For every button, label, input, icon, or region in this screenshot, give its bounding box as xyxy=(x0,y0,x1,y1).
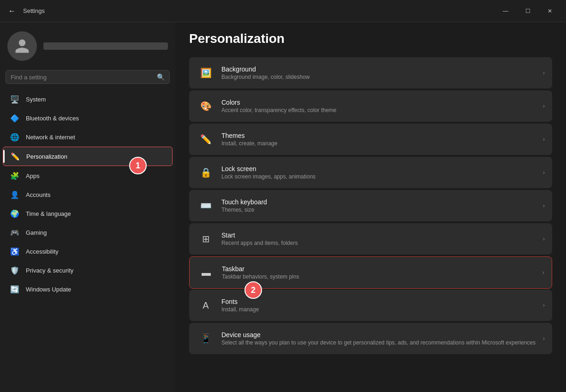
sidebar-item-network[interactable]: 🌐 Network & internet xyxy=(3,128,173,146)
personalization-label: Personalization xyxy=(26,153,67,160)
settings-item-colors[interactable]: 🎨 Colors Accent color, transparency effe… xyxy=(189,90,552,122)
gaming-label: Gaming xyxy=(26,229,47,236)
time-label: Time & language xyxy=(26,210,71,217)
fonts-text: Fonts Install, manage xyxy=(221,298,543,313)
sidebar: 🔍 🖥️ System 🔷 Bluetooth & devices 🌐 Netw… xyxy=(0,22,175,392)
title-bar-left: ← Settings xyxy=(6,5,45,18)
deviceusage-icon: 📱 xyxy=(197,329,215,348)
background-icon: 🖼️ xyxy=(197,64,215,82)
accessibility-label: Accessibility xyxy=(26,248,59,255)
settings-item-deviceusage[interactable]: 📱 Device usage Select all the ways you p… xyxy=(189,323,552,354)
background-title: Background xyxy=(221,65,543,73)
user-icon xyxy=(14,38,30,54)
lockscreen-text: Lock screen Lock screen images, apps, an… xyxy=(221,165,543,180)
accounts-icon: 👤 xyxy=(10,190,19,199)
sidebar-item-accounts[interactable]: 👤 Accounts xyxy=(3,185,173,204)
lockscreen-title: Lock screen xyxy=(221,165,543,172)
colors-chevron: › xyxy=(543,103,545,109)
close-button[interactable]: ✕ xyxy=(539,4,560,18)
nav-list: 🖥️ System 🔷 Bluetooth & devices 🌐 Networ… xyxy=(0,89,175,299)
lockscreen-desc: Lock screen images, apps, animations xyxy=(221,173,543,180)
deviceusage-title: Device usage xyxy=(221,331,543,339)
content-area: Personalization 🖼️ Background Background… xyxy=(175,22,566,392)
minimize-button[interactable]: — xyxy=(495,4,516,18)
taskbar-desc: Taskbar behaviors, system pins xyxy=(222,273,542,280)
back-button[interactable]: ← xyxy=(6,5,18,18)
bluetooth-icon: 🔷 xyxy=(10,113,19,123)
colors-desc: Accent color, transparency effects, colo… xyxy=(221,107,543,113)
lockscreen-icon: 🔒 xyxy=(197,163,215,182)
touchkeyboard-icon: ⌨️ xyxy=(197,196,215,215)
sidebar-item-update[interactable]: 🔄 Windows Update xyxy=(3,280,173,298)
start-text: Start Recent apps and items, folders xyxy=(221,232,543,246)
lockscreen-chevron: › xyxy=(543,169,545,176)
start-desc: Recent apps and items, folders xyxy=(221,240,543,246)
update-label: Windows Update xyxy=(26,286,71,293)
themes-chevron: › xyxy=(543,136,545,143)
profile-section[interactable] xyxy=(0,22,175,70)
personalization-icon: ✏️ xyxy=(11,152,20,161)
touchkeyboard-desc: Themes, size xyxy=(221,207,543,213)
profile-name xyxy=(43,42,168,50)
colors-icon: 🎨 xyxy=(197,97,215,115)
touchkeyboard-text: Touch keyboard Themes, size xyxy=(221,198,543,213)
background-desc: Background image, color, slideshow xyxy=(221,74,543,80)
sidebar-item-system[interactable]: 🖥️ System xyxy=(3,90,173,108)
time-icon: 🌍 xyxy=(10,209,19,218)
sidebar-item-bluetooth[interactable]: 🔷 Bluetooth & devices xyxy=(3,109,173,127)
update-icon: 🔄 xyxy=(10,285,19,294)
background-chevron: › xyxy=(543,70,545,76)
page-title: Personalization xyxy=(189,31,552,46)
fonts-desc: Install, manage xyxy=(221,306,543,313)
taskbar-icon: ▬ xyxy=(197,263,215,282)
touchkeyboard-chevron: › xyxy=(543,202,545,209)
start-title: Start xyxy=(221,232,543,239)
deviceusage-desc: Select all the ways you plan to use your… xyxy=(221,339,543,346)
settings-item-background[interactable]: 🖼️ Background Background image, color, s… xyxy=(189,57,552,89)
background-text: Background Background image, color, slid… xyxy=(221,65,543,80)
search-box[interactable]: 🔍 xyxy=(6,70,170,84)
taskbar-title: Taskbar xyxy=(222,265,542,273)
search-icon: 🔍 xyxy=(157,73,165,81)
gaming-icon: 🎮 xyxy=(10,228,19,237)
app-name: Settings xyxy=(23,7,45,14)
avatar xyxy=(7,31,37,61)
maximize-button[interactable]: ☐ xyxy=(517,4,538,18)
settings-item-start[interactable]: ⊞ Start Recent apps and items, folders › xyxy=(189,223,552,255)
sidebar-item-apps[interactable]: 🧩 Apps xyxy=(3,166,173,185)
taskbar-text: Taskbar Taskbar behaviors, system pins xyxy=(222,265,542,280)
sidebar-item-gaming[interactable]: 🎮 Gaming xyxy=(3,223,173,242)
settings-item-fonts[interactable]: A Fonts Install, manage › xyxy=(189,290,552,321)
sidebar-item-time[interactable]: 🌍 Time & language xyxy=(3,204,173,223)
apps-label: Apps xyxy=(26,172,40,179)
title-bar: ← Settings — ☐ ✕ xyxy=(0,0,566,22)
settings-item-touchkeyboard[interactable]: ⌨️ Touch keyboard Themes, size › xyxy=(189,190,552,221)
main-layout: 🔍 🖥️ System 🔷 Bluetooth & devices 🌐 Netw… xyxy=(0,22,566,392)
apps-icon: 🧩 xyxy=(10,171,19,180)
sidebar-item-privacy[interactable]: 🛡️ Privacy & security xyxy=(3,261,173,279)
title-bar-controls: — ☐ ✕ xyxy=(495,4,560,18)
themes-icon: ✏️ xyxy=(197,130,215,148)
touchkeyboard-title: Touch keyboard xyxy=(221,198,543,206)
system-label: System xyxy=(26,96,46,103)
settings-items: 🖼️ Background Background image, color, s… xyxy=(189,57,552,354)
start-chevron: › xyxy=(543,236,545,242)
themes-text: Themes Install, create, manage xyxy=(221,132,543,147)
accounts-label: Accounts xyxy=(26,191,50,198)
settings-item-lockscreen[interactable]: 🔒 Lock screen Lock screen images, apps, … xyxy=(189,157,552,188)
settings-item-themes[interactable]: ✏️ Themes Install, create, manage › xyxy=(189,124,552,155)
sidebar-item-accessibility[interactable]: ♿ Accessibility xyxy=(3,242,173,261)
start-icon: ⊞ xyxy=(197,230,215,248)
deviceusage-text: Device usage Select all the ways you pla… xyxy=(221,331,543,346)
sidebar-item-personalization[interactable]: ✏️ Personalization xyxy=(3,147,173,166)
privacy-label: Privacy & security xyxy=(26,267,73,274)
search-input[interactable] xyxy=(11,74,153,81)
themes-title: Themes xyxy=(221,132,543,139)
accessibility-icon: ♿ xyxy=(10,247,19,256)
colors-text: Colors Accent color, transparency effect… xyxy=(221,99,543,113)
privacy-icon: 🛡️ xyxy=(10,266,19,275)
network-icon: 🌐 xyxy=(10,132,19,142)
search-container: 🔍 xyxy=(0,70,175,89)
settings-item-taskbar[interactable]: ▬ Taskbar Taskbar behaviors, system pins… xyxy=(189,256,552,289)
annotation-1: 1 xyxy=(129,157,147,174)
